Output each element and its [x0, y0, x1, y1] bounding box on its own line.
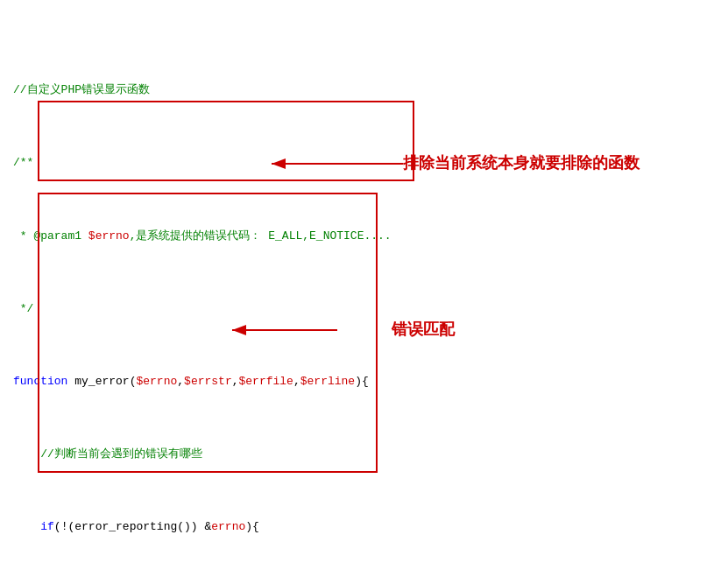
code-line-1: //自定义PHP错误显示函数 — [13, 81, 715, 100]
arrow-1 — [267, 153, 407, 175]
code-editor: //自定义PHP错误显示函数 /** * @param1 $errno,是系统提… — [13, 9, 715, 577]
code-line-3: * @param1 $errno,是系统提供的错误代码： E_ALL,E_NOT… — [13, 228, 715, 246]
code-line-5: function my_error($errno,$errstr,$errfil… — [13, 373, 715, 391]
code-line-4: */ — [13, 300, 715, 319]
arrow-2 — [228, 320, 342, 341]
code-line-6: //判断当前会遇到的错误有哪些 — [13, 446, 715, 464]
annotation-error-match: 错误匹配 — [392, 317, 455, 342]
annotation-exclude-func: 排除当前系统本身就要排除的函数 — [403, 151, 640, 176]
code-line-7: if(!(error_reporting()) &errno){ — [13, 518, 715, 537]
